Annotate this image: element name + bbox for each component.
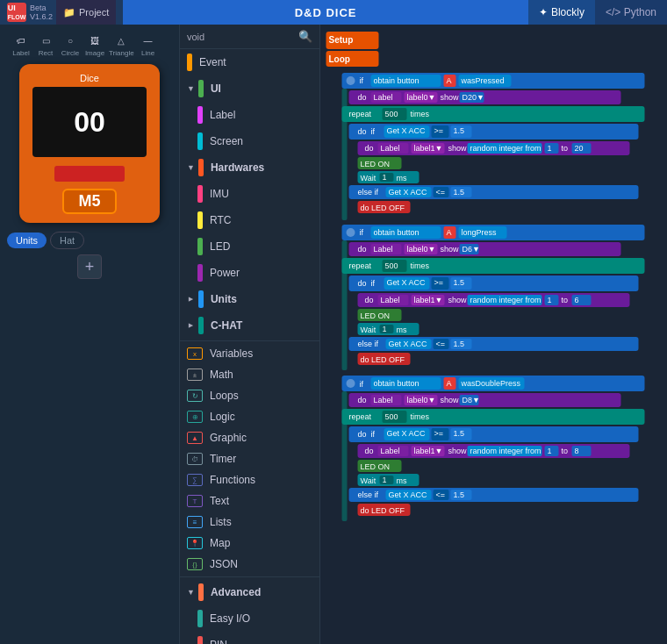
- search-button[interactable]: 🔍: [298, 30, 312, 43]
- category-rtc[interactable]: RTC: [180, 207, 319, 233]
- category-event-label: Event: [199, 56, 226, 68]
- category-led[interactable]: LED: [180, 233, 319, 260]
- project-button[interactable]: 📁 Project: [56, 0, 116, 25]
- svg-text:random integer from: random integer from: [470, 296, 541, 304]
- map-icon: 📍: [187, 537, 203, 549]
- svg-text:Setup: Setup: [329, 35, 354, 45]
- svg-text:1.5: 1.5: [454, 490, 465, 499]
- void-label: void: [187, 32, 204, 42]
- svg-text:<=: <=: [436, 188, 446, 197]
- chat-arrow: ▼: [186, 322, 195, 330]
- svg-text:ms: ms: [397, 174, 407, 182]
- tool-label[interactable]: 🏷: [11, 32, 32, 49]
- category-screen-label: Screen: [210, 135, 243, 147]
- python-tab[interactable]: </> Python: [595, 0, 667, 25]
- category-json[interactable]: {} JSON: [180, 554, 319, 575]
- svg-text:obtain button: obtain button: [374, 76, 420, 85]
- imu-color-bar: [197, 185, 203, 203]
- category-lists-label: Lists: [210, 516, 232, 528]
- section-chat[interactable]: ▼ C-HAT: [180, 312, 319, 339]
- categories-panel: void 🔍 Event ▼ UI Label Screen ▼ Hardwar…: [180, 25, 320, 644]
- svg-text:1: 1: [383, 173, 387, 182]
- section-ui[interactable]: ▼ UI: [180, 75, 319, 102]
- units-color-bar: [198, 290, 204, 308]
- category-easyio[interactable]: Easy I/O: [180, 605, 319, 632]
- category-variables[interactable]: x Variables: [180, 343, 319, 364]
- category-lists[interactable]: ≡ Lists: [180, 512, 319, 533]
- functions-icon: ∑: [187, 474, 203, 486]
- device-red-button[interactable]: [54, 166, 125, 182]
- svg-text:1: 1: [548, 296, 552, 304]
- category-power[interactable]: Power: [180, 260, 319, 286]
- svg-text:do LED OFF: do LED OFF: [361, 355, 405, 364]
- svg-text:1.5: 1.5: [454, 126, 465, 135]
- svg-text:to: to: [562, 144, 569, 153]
- svg-text:Label: Label: [381, 144, 400, 153]
- svg-text:else if: else if: [358, 340, 379, 348]
- device-preview: Dice 00 M5: [19, 64, 160, 223]
- category-event[interactable]: Event: [180, 49, 319, 75]
- led-color-bar: [197, 238, 203, 255]
- category-map[interactable]: 📍 Map: [180, 533, 319, 554]
- category-loops[interactable]: ↻ Loops: [180, 385, 319, 406]
- svg-text:D8▼: D8▼: [463, 396, 480, 404]
- svg-text:A: A: [447, 76, 452, 85]
- blockly-tab[interactable]: ✦ Blockly: [528, 0, 595, 25]
- svg-text:show: show: [441, 93, 460, 102]
- svg-text:Get X ACC: Get X ACC: [389, 340, 428, 348]
- category-text[interactable]: T Text: [180, 490, 319, 512]
- toolbar: 🏷 Label ▭ Rect ○ Circle 🖼 Image △ Triang…: [7, 32, 172, 57]
- category-pin[interactable]: PIN: [180, 632, 319, 644]
- tool-image[interactable]: 🖼: [84, 32, 105, 49]
- svg-text:Label: Label: [374, 245, 393, 254]
- svg-text:if: if: [360, 76, 364, 85]
- blocks-workspace[interactable]: Setup Loop if obtain button A wasPressed…: [320, 25, 667, 644]
- svg-text:Label: Label: [374, 93, 393, 102]
- lists-icon: ≡: [187, 516, 203, 528]
- svg-text:<=: <=: [436, 490, 446, 499]
- category-imu[interactable]: IMU: [180, 181, 319, 207]
- svg-text:longPress: longPress: [462, 228, 498, 237]
- easyio-color-bar: [197, 610, 203, 627]
- main-area: 🏷 Label ▭ Rect ○ Circle 🖼 Image △ Triang…: [0, 25, 667, 644]
- svg-text:if: if: [371, 127, 376, 136]
- category-functions[interactable]: ∑ Functions: [180, 469, 319, 490]
- section-units[interactable]: ▼ Units: [180, 286, 319, 312]
- tool-triangle[interactable]: △: [111, 32, 132, 49]
- category-math-label: Math: [210, 369, 233, 381]
- add-unit-button[interactable]: +: [77, 254, 102, 279]
- svg-text:do: do: [365, 296, 374, 304]
- tool-circle[interactable]: ○: [60, 32, 81, 49]
- units-tab[interactable]: Units: [7, 233, 47, 248]
- ui-color-bar: [198, 80, 204, 97]
- svg-text:obtain button: obtain button: [374, 228, 420, 237]
- svg-text:>=: >=: [434, 278, 444, 287]
- category-label[interactable]: Label: [180, 102, 319, 128]
- category-imu-label: IMU: [210, 188, 229, 200]
- project-label: Project: [79, 7, 109, 18]
- adv-color-bar: [198, 583, 204, 601]
- category-screen[interactable]: Screen: [180, 128, 319, 154]
- category-logic[interactable]: ⊕ Logic: [180, 406, 319, 427]
- search-row: void 🔍: [180, 25, 319, 49]
- section-advanced[interactable]: ▼ Advanced: [180, 579, 319, 605]
- category-math[interactable]: ± Math: [180, 364, 319, 385]
- svg-text:Label: Label: [374, 396, 393, 404]
- category-functions-label: Functions: [210, 474, 255, 486]
- svg-text:to: to: [562, 447, 569, 455]
- section-hardwares[interactable]: ▼ Hardwares: [180, 154, 319, 181]
- tool-rect[interactable]: ▭: [35, 32, 56, 49]
- svg-text:LED ON: LED ON: [361, 462, 391, 471]
- svg-text:ms: ms: [397, 326, 407, 334]
- svg-text:1: 1: [548, 144, 552, 153]
- category-graphic[interactable]: ▲ Graphic: [180, 427, 319, 448]
- svg-text:D20▼: D20▼: [463, 93, 484, 102]
- tool-line[interactable]: —: [138, 32, 159, 49]
- hat-tab[interactable]: Hat: [50, 232, 84, 249]
- units-arrow: ▼: [186, 296, 195, 304]
- category-variables-label: Variables: [210, 347, 253, 360]
- category-json-label: JSON: [210, 558, 238, 570]
- category-timer[interactable]: ⏱ Timer: [180, 448, 319, 469]
- svg-text:1: 1: [383, 325, 387, 333]
- svg-text:>=: >=: [434, 429, 444, 438]
